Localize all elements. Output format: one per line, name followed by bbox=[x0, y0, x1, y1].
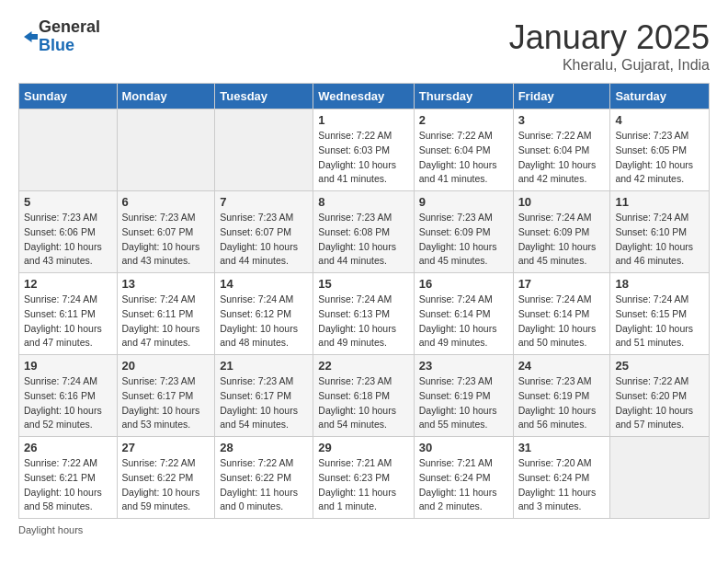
day-number: 6 bbox=[122, 195, 210, 209]
day-number: 13 bbox=[122, 277, 210, 291]
day-info: Sunrise: 7:23 AM Sunset: 6:17 PM Dayligh… bbox=[122, 374, 210, 432]
day-number: 10 bbox=[518, 195, 606, 209]
calendar-cell: 4Sunrise: 7:23 AM Sunset: 6:05 PM Daylig… bbox=[610, 109, 710, 191]
day-info: Sunrise: 7:23 AM Sunset: 6:08 PM Dayligh… bbox=[318, 211, 408, 269]
day-number: 24 bbox=[518, 359, 606, 373]
calendar-cell: 3Sunrise: 7:22 AM Sunset: 6:04 PM Daylig… bbox=[513, 109, 610, 191]
day-number: 29 bbox=[318, 441, 408, 454]
day-info: Sunrise: 7:22 AM Sunset: 6:03 PM Dayligh… bbox=[318, 129, 408, 187]
calendar-cell bbox=[19, 109, 118, 191]
day-info: Sunrise: 7:22 AM Sunset: 6:22 PM Dayligh… bbox=[122, 456, 210, 514]
day-info: Sunrise: 7:23 AM Sunset: 6:05 PM Dayligh… bbox=[615, 129, 704, 187]
calendar-cell: 2Sunrise: 7:22 AM Sunset: 6:04 PM Daylig… bbox=[414, 109, 513, 191]
day-info: Sunrise: 7:20 AM Sunset: 6:24 PM Dayligh… bbox=[518, 456, 606, 514]
calendar-cell: 29Sunrise: 7:21 AM Sunset: 6:23 PM Dayli… bbox=[313, 437, 414, 519]
day-number: 15 bbox=[318, 277, 408, 291]
calendar-week-5: 26Sunrise: 7:22 AM Sunset: 6:21 PM Dayli… bbox=[19, 437, 710, 519]
logo-icon bbox=[20, 28, 39, 46]
calendar-week-1: 1Sunrise: 7:22 AM Sunset: 6:03 PM Daylig… bbox=[19, 109, 710, 191]
calendar-cell: 25Sunrise: 7:22 AM Sunset: 6:20 PM Dayli… bbox=[610, 355, 710, 437]
day-info: Sunrise: 7:21 AM Sunset: 6:24 PM Dayligh… bbox=[419, 456, 508, 514]
day-number: 30 bbox=[419, 441, 508, 454]
day-info: Sunrise: 7:24 AM Sunset: 6:10 PM Dayligh… bbox=[615, 211, 704, 269]
day-number: 12 bbox=[24, 277, 112, 291]
calendar-cell: 8Sunrise: 7:23 AM Sunset: 6:08 PM Daylig… bbox=[313, 191, 414, 273]
calendar-cell: 7Sunrise: 7:23 AM Sunset: 6:07 PM Daylig… bbox=[215, 191, 313, 273]
day-info: Sunrise: 7:24 AM Sunset: 6:14 PM Dayligh… bbox=[419, 293, 508, 350]
day-info: Sunrise: 7:23 AM Sunset: 6:19 PM Dayligh… bbox=[419, 374, 508, 432]
day-info: Sunrise: 7:22 AM Sunset: 6:22 PM Dayligh… bbox=[220, 456, 308, 514]
location: Kheralu, Gujarat, India bbox=[509, 57, 710, 74]
calendar-cell: 26Sunrise: 7:22 AM Sunset: 6:21 PM Dayli… bbox=[19, 437, 118, 519]
calendar-header-friday: Friday bbox=[513, 84, 610, 109]
month-title: January 2025 bbox=[509, 18, 710, 57]
day-number: 8 bbox=[318, 195, 408, 209]
logo-text: General Blue bbox=[39, 18, 100, 55]
day-number: 5 bbox=[24, 195, 112, 209]
calendar-header-thursday: Thursday bbox=[414, 84, 513, 109]
calendar-cell: 17Sunrise: 7:24 AM Sunset: 6:14 PM Dayli… bbox=[513, 273, 610, 355]
calendar-header-tuesday: Tuesday bbox=[215, 84, 313, 109]
day-number: 22 bbox=[318, 359, 408, 373]
day-number: 23 bbox=[419, 359, 508, 373]
page-header: General Blue January 2025 Kheralu, Gujar… bbox=[18, 18, 710, 74]
day-info: Sunrise: 7:23 AM Sunset: 6:06 PM Dayligh… bbox=[24, 211, 112, 269]
day-info: Sunrise: 7:23 AM Sunset: 6:07 PM Dayligh… bbox=[122, 211, 210, 269]
day-info: Sunrise: 7:23 AM Sunset: 6:09 PM Dayligh… bbox=[419, 211, 508, 269]
calendar-cell: 10Sunrise: 7:24 AM Sunset: 6:09 PM Dayli… bbox=[513, 191, 610, 273]
day-number: 7 bbox=[220, 195, 308, 209]
calendar-header-row: SundayMondayTuesdayWednesdayThursdayFrid… bbox=[19, 84, 710, 109]
day-number: 17 bbox=[518, 277, 606, 291]
day-number: 25 bbox=[615, 359, 704, 373]
day-info: Sunrise: 7:24 AM Sunset: 6:15 PM Dayligh… bbox=[615, 293, 704, 350]
day-info: Sunrise: 7:24 AM Sunset: 6:16 PM Dayligh… bbox=[24, 374, 112, 432]
logo-blue: Blue bbox=[39, 37, 100, 55]
calendar-cell bbox=[117, 109, 215, 191]
day-number: 4 bbox=[615, 113, 704, 127]
calendar-cell: 14Sunrise: 7:24 AM Sunset: 6:12 PM Dayli… bbox=[215, 273, 313, 355]
day-info: Sunrise: 7:24 AM Sunset: 6:11 PM Dayligh… bbox=[122, 293, 210, 350]
calendar-cell: 19Sunrise: 7:24 AM Sunset: 6:16 PM Dayli… bbox=[19, 355, 118, 437]
day-info: Sunrise: 7:21 AM Sunset: 6:23 PM Dayligh… bbox=[318, 456, 408, 514]
day-info: Sunrise: 7:22 AM Sunset: 6:04 PM Dayligh… bbox=[518, 129, 606, 187]
calendar-header-monday: Monday bbox=[117, 84, 215, 109]
logo-general: General bbox=[39, 18, 100, 37]
calendar-cell: 12Sunrise: 7:24 AM Sunset: 6:11 PM Dayli… bbox=[19, 273, 118, 355]
day-info: Sunrise: 7:23 AM Sunset: 6:19 PM Dayligh… bbox=[518, 374, 606, 432]
day-info: Sunrise: 7:24 AM Sunset: 6:12 PM Dayligh… bbox=[220, 293, 308, 350]
calendar-header-saturday: Saturday bbox=[610, 84, 710, 109]
calendar-cell: 5Sunrise: 7:23 AM Sunset: 6:06 PM Daylig… bbox=[19, 191, 118, 273]
day-number: 26 bbox=[24, 441, 112, 454]
calendar-cell: 13Sunrise: 7:24 AM Sunset: 6:11 PM Dayli… bbox=[117, 273, 215, 355]
day-info: Sunrise: 7:24 AM Sunset: 6:11 PM Dayligh… bbox=[24, 293, 112, 350]
day-number: 2 bbox=[419, 113, 508, 127]
day-info: Sunrise: 7:23 AM Sunset: 6:07 PM Dayligh… bbox=[220, 211, 308, 269]
day-info: Sunrise: 7:23 AM Sunset: 6:18 PM Dayligh… bbox=[318, 374, 408, 432]
day-info: Sunrise: 7:24 AM Sunset: 6:13 PM Dayligh… bbox=[318, 293, 408, 350]
day-info: Sunrise: 7:24 AM Sunset: 6:14 PM Dayligh… bbox=[518, 293, 606, 350]
calendar-cell bbox=[610, 437, 710, 519]
calendar-week-2: 5Sunrise: 7:23 AM Sunset: 6:06 PM Daylig… bbox=[19, 191, 710, 273]
day-number: 3 bbox=[518, 113, 606, 127]
calendar-cell: 9Sunrise: 7:23 AM Sunset: 6:09 PM Daylig… bbox=[414, 191, 513, 273]
day-info: Sunrise: 7:23 AM Sunset: 6:17 PM Dayligh… bbox=[220, 374, 308, 432]
calendar-cell: 16Sunrise: 7:24 AM Sunset: 6:14 PM Dayli… bbox=[414, 273, 513, 355]
day-number: 28 bbox=[220, 441, 308, 454]
day-number: 18 bbox=[615, 277, 704, 291]
logo: General Blue bbox=[18, 18, 100, 55]
calendar-cell: 31Sunrise: 7:20 AM Sunset: 6:24 PM Dayli… bbox=[513, 437, 610, 519]
day-number: 20 bbox=[122, 359, 210, 373]
day-number: 19 bbox=[24, 359, 112, 373]
calendar-header-wednesday: Wednesday bbox=[313, 84, 414, 109]
day-number: 21 bbox=[220, 359, 308, 373]
calendar-cell: 24Sunrise: 7:23 AM Sunset: 6:19 PM Dayli… bbox=[513, 355, 610, 437]
day-info: Sunrise: 7:22 AM Sunset: 6:04 PM Dayligh… bbox=[419, 129, 508, 187]
calendar-cell: 30Sunrise: 7:21 AM Sunset: 6:24 PM Dayli… bbox=[414, 437, 513, 519]
footer-note: Daylight hours bbox=[18, 524, 710, 535]
calendar-cell: 23Sunrise: 7:23 AM Sunset: 6:19 PM Dayli… bbox=[414, 355, 513, 437]
calendar-cell: 22Sunrise: 7:23 AM Sunset: 6:18 PM Dayli… bbox=[313, 355, 414, 437]
calendar-cell bbox=[215, 109, 313, 191]
calendar: SundayMondayTuesdayWednesdayThursdayFrid… bbox=[18, 83, 710, 519]
calendar-header-sunday: Sunday bbox=[19, 84, 118, 109]
day-number: 27 bbox=[122, 441, 210, 454]
